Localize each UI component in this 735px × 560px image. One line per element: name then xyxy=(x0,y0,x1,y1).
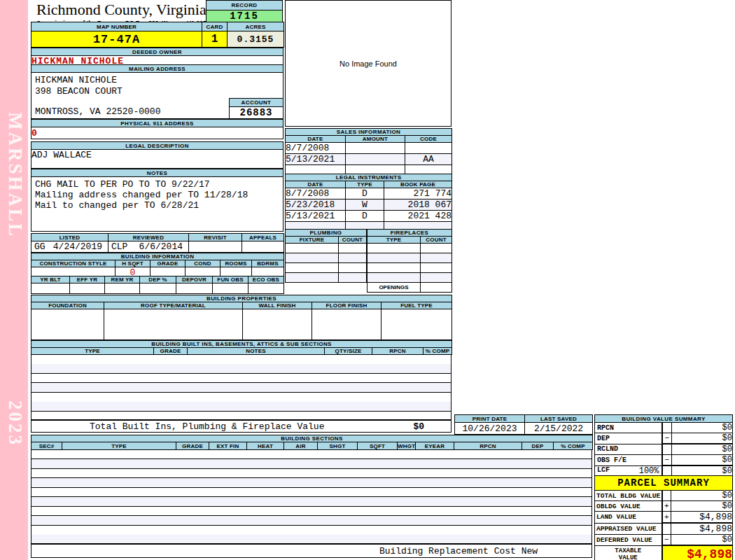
sale-amount xyxy=(346,143,405,154)
table-cell xyxy=(421,273,452,283)
year-district-tab-strip: MARSHALL 2023 xyxy=(0,0,28,560)
sale-code xyxy=(405,143,452,154)
no-image-text: No Image Found xyxy=(340,59,397,68)
wall-finish-value xyxy=(243,309,312,340)
mailing-address-box: MAILING ADDRESS HICKMAN NICHOLE 398 BEAC… xyxy=(31,64,284,119)
depovr-value xyxy=(176,284,213,294)
account-value: 26883 xyxy=(230,107,284,119)
ps-op: + xyxy=(662,512,671,524)
roof-header: ROOF TYPE/MATERIAL xyxy=(104,302,243,309)
instrument-date-header: DATE xyxy=(286,181,346,188)
fuel-type-value xyxy=(382,309,452,340)
sec-comp-header: % COMP xyxy=(554,442,593,450)
builtins-grade-header: GRADE xyxy=(154,348,188,355)
builtins-qty-header: QTY/SIZE xyxy=(325,348,372,355)
sales-date-header: DATE xyxy=(286,136,346,143)
obldg-value-label: OBLDG VALUE xyxy=(595,501,662,512)
property-photo-placeholder: No Image Found xyxy=(285,0,451,127)
table-cell xyxy=(368,244,421,253)
instrument-date: 5/23/2018 xyxy=(286,200,346,211)
legal-instruments: LEGAL INSTRUMENTS DATE TYPE BOOK PAGE 8/… xyxy=(285,174,452,232)
plumbing-table: PLUMBING FIXTURE COUNT xyxy=(285,229,367,283)
bvs-rclnd-label: RCLND xyxy=(595,444,662,455)
legal-description-box: LEGAL DESCRIPTION ADJ WALLACE xyxy=(31,141,284,169)
year-tab-label: 2023 xyxy=(4,400,26,447)
remyr-value xyxy=(105,284,140,294)
acres-value: 0.3155 xyxy=(227,31,284,48)
last-saved-label: LAST SAVED xyxy=(525,415,593,423)
parcel-summary-title: PARCEL SUMMARY xyxy=(595,476,733,491)
instrument-date: 8/7/2008 xyxy=(286,188,346,200)
legal-description-label: LEGAL DESCRIPTION xyxy=(31,142,284,150)
builtins-notes-header: NOTES xyxy=(188,348,325,355)
builtins-type-header: TYPE xyxy=(31,348,154,355)
bvs-dep-value: $0 xyxy=(672,433,733,444)
taxable-value-label: TAXABLE VALUE xyxy=(595,545,662,560)
building-information-years: YR BLT EFF YR REM YR DEP % DEPOVR FUN OB… xyxy=(31,276,284,294)
fixture-header: FIXTURE xyxy=(286,237,339,244)
note-line-2: Mailing address changed per TO 11/28/18 xyxy=(35,190,248,200)
appeals-value xyxy=(242,241,284,253)
instrument-type: D xyxy=(346,188,384,200)
bvs-obs-value: $0 xyxy=(672,455,733,466)
instrument-bookpage: 271 774 xyxy=(384,188,452,200)
fireplace-count-header: COUNT xyxy=(421,237,452,244)
building-sections-title: BUILDING SECTIONS xyxy=(31,435,593,442)
dep-pct-header: DEP % xyxy=(140,276,176,284)
reviewed-date: 6/6/2014 xyxy=(139,241,183,252)
table-cell xyxy=(286,244,339,253)
ps-op xyxy=(662,523,671,535)
building-sections-empty-rows xyxy=(31,450,592,544)
map-card-acres: MAP NUMBER CARD ACRES 17-47A 1 0.3155 xyxy=(31,22,284,48)
sales-information: SALES INFORMATION DATE AMOUNT CODE 8/7/2… xyxy=(285,128,452,175)
building-sections-header-table: BUILDING SECTIONS SEC# TYPE GRADE EXT FI… xyxy=(31,435,593,450)
table-cell xyxy=(339,253,367,263)
sec-air-header: AIR xyxy=(284,442,318,450)
bvs-rpcn-value: $0 xyxy=(672,423,733,433)
map-number-value: 17-47A xyxy=(31,31,202,48)
instrument-bookpage-header: BOOK PAGE xyxy=(384,181,452,188)
physical-address-value: 0 xyxy=(31,127,284,139)
sales-amount-header: AMOUNT xyxy=(346,136,405,143)
legal-description-value: ADJ WALLACE xyxy=(31,150,284,169)
county-title: Richmond County, Virginia xyxy=(36,1,211,19)
obldg-value: $0 xyxy=(671,501,733,512)
bvs-rpcn-label: RPCN xyxy=(595,423,662,433)
sec-sqft-header: SQFT xyxy=(358,442,398,450)
revisit-header: REVISIT xyxy=(189,234,242,241)
table-cell xyxy=(286,263,339,273)
ps-op: + xyxy=(662,501,671,512)
land-value: $4,898 xyxy=(671,512,733,524)
table-cell xyxy=(339,263,367,273)
foundation-header: FOUNDATION xyxy=(31,302,104,309)
sec-eyear-header: EYEAR xyxy=(416,442,454,450)
mailing-line-1: HICKMAN NICHOLE xyxy=(35,75,117,85)
funobs-header: FUN OBS xyxy=(213,276,248,284)
bvs-dep-label: DEP xyxy=(595,433,662,444)
ecoobs-value xyxy=(248,284,284,294)
account-label: ACCOUNT xyxy=(230,99,284,107)
construction-style-header: CONSTRUCTION STYLE xyxy=(31,260,115,267)
bvs-op: − xyxy=(662,433,672,444)
openings-value xyxy=(421,283,452,293)
revisit-value xyxy=(189,241,242,253)
table-cell xyxy=(421,244,452,253)
land-value-label: LAND VALUE xyxy=(595,512,662,524)
built-ins-header-table: BUILDING BUILT INS, BASEMENTS, ATTICS & … xyxy=(31,340,452,355)
instrument-bookpage: 2018 067 xyxy=(384,200,452,211)
taxable-label-line1: TAXABLE xyxy=(595,547,662,554)
table-cell xyxy=(339,273,367,283)
record-box: RECORD 1715 xyxy=(206,0,283,22)
listed-date: 4/24/2019 xyxy=(53,241,102,252)
sale-amount xyxy=(346,154,405,165)
dep-pct-value xyxy=(140,284,176,294)
sec-grade-header: GRADE xyxy=(176,442,209,450)
building-properties-title: BUILDING PROPERTIES xyxy=(31,295,452,302)
sec-heat-header: HEAT xyxy=(247,442,284,450)
instrument-type: D xyxy=(346,211,384,222)
bdrms-header: BDRMS xyxy=(252,260,284,267)
floor-finish-header: FLOOR FINISH xyxy=(312,302,382,309)
hsqft-header: H SQFT xyxy=(115,260,150,267)
instrument-date: 5/13/2021 xyxy=(286,211,346,222)
openings-label: OPENINGS xyxy=(368,283,421,293)
